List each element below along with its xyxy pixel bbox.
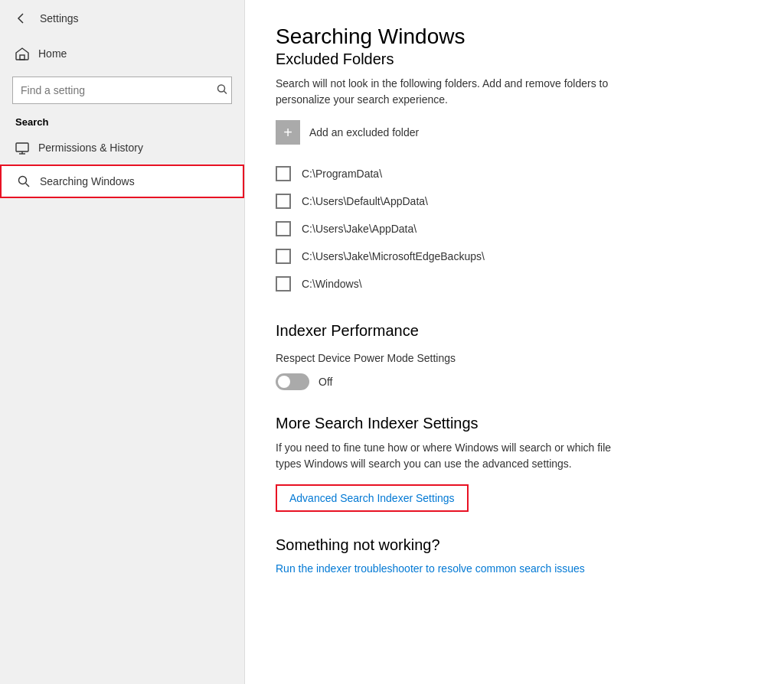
home-nav-item[interactable]: Home: [0, 37, 244, 70]
excluded-folders-list: C:\ProgramData\ C:\Users\Default\AppData…: [276, 160, 753, 298]
sidebar-item-permissions[interactable]: Permissions & History: [0, 131, 244, 164]
more-indexer-heading: More Search Indexer Settings: [276, 415, 753, 432]
folder-checkbox-1[interactable]: [276, 194, 291, 209]
back-button[interactable]: [12, 9, 31, 28]
toggle-knob: [278, 376, 290, 388]
sidebar-item-searching-windows[interactable]: Searching Windows: [0, 164, 244, 198]
svg-rect-3: [16, 143, 28, 151]
svg-point-1: [218, 85, 225, 92]
advanced-indexer-settings-link[interactable]: Advanced Search Indexer Settings: [276, 484, 469, 512]
sidebar: Settings Home Search Permissions & Histo…: [0, 0, 245, 684]
page-title: Searching Windows: [276, 24, 753, 49]
main-content: Searching Windows Excluded Folders Searc…: [245, 0, 784, 684]
folder-item-4: C:\Windows\: [276, 270, 753, 298]
excluded-folders-heading: Excluded Folders: [276, 50, 753, 68]
indexer-performance-heading: Indexer Performance: [276, 322, 753, 340]
home-label: Home: [38, 47, 67, 60]
searching-windows-label: Searching Windows: [40, 175, 135, 187]
svg-rect-0: [20, 55, 24, 60]
search-icon-button[interactable]: [217, 84, 227, 97]
svg-line-7: [26, 184, 30, 187]
home-icon: [15, 47, 29, 60]
folder-path-0: C:\ProgramData\: [302, 168, 382, 180]
svg-line-2: [224, 91, 227, 94]
toggle-row: Off: [276, 373, 753, 390]
add-folder-label: Add an excluded folder: [309, 126, 419, 138]
folder-item-0: C:\ProgramData\: [276, 160, 753, 187]
plus-icon: +: [276, 120, 300, 145]
something-not-working-heading: Something not working?: [276, 536, 753, 554]
monitor-icon: [15, 141, 29, 155]
folder-path-4: C:\Windows\: [302, 278, 362, 290]
folder-checkbox-3[interactable]: [276, 249, 291, 264]
folder-item-1: C:\Users\Default\AppData\: [276, 187, 753, 215]
sidebar-title: Settings: [40, 12, 79, 24]
folder-path-2: C:\Users\Jake\AppData\: [302, 223, 416, 235]
folder-checkbox-0[interactable]: [276, 166, 291, 181]
troubleshoot-link[interactable]: Run the indexer troubleshooter to resolv…: [276, 562, 585, 575]
permissions-label: Permissions & History: [38, 142, 143, 154]
search-nav-icon: [17, 174, 31, 188]
folder-checkbox-2[interactable]: [276, 221, 291, 236]
folder-item-3: C:\Users\Jake\MicrosoftEdgeBackups\: [276, 243, 753, 270]
power-mode-toggle[interactable]: [276, 373, 309, 390]
folder-path-1: C:\Users\Default\AppData\: [302, 195, 428, 207]
more-indexer-description: If you need to fine tune how or where Wi…: [276, 440, 628, 472]
search-icon: [217, 84, 227, 95]
folder-item-2: C:\Users\Jake\AppData\: [276, 215, 753, 243]
folder-checkbox-4[interactable]: [276, 276, 291, 292]
add-excluded-folder-button[interactable]: + Add an excluded folder: [276, 120, 419, 145]
excluded-folders-description: Search will not look in the following fo…: [276, 76, 628, 108]
search-section-label: Search: [0, 110, 244, 131]
find-setting-input[interactable]: [12, 77, 232, 104]
sidebar-header: Settings: [0, 0, 244, 37]
power-mode-label: Respect Device Power Mode Settings: [276, 352, 753, 364]
search-box-container: [0, 70, 244, 110]
svg-point-6: [19, 177, 27, 184]
folder-path-3: C:\Users\Jake\MicrosoftEdgeBackups\: [302, 250, 485, 262]
toggle-state-label: Off: [318, 376, 332, 388]
